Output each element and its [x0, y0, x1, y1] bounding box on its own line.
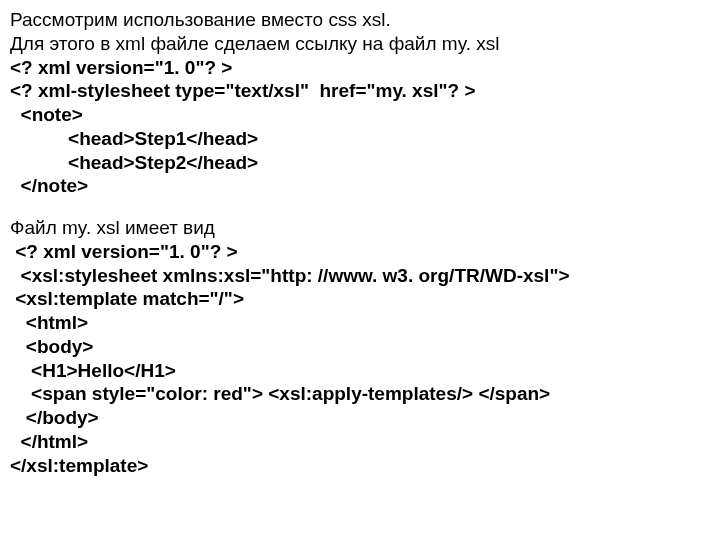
xml-stylesheet-pi: <? xml-stylesheet type="text/xsl" href="… [10, 79, 710, 103]
body-close: </body> [10, 406, 710, 430]
head-step1: <head>Step1</head> [10, 127, 710, 151]
xml-decl: <? xml version="1. 0"? > [10, 56, 710, 80]
section-gap [10, 198, 710, 216]
xsl-intro: Файл my. xsl имеет вид [10, 216, 710, 240]
body-open: <body> [10, 335, 710, 359]
xsl-stylesheet-open: <xsl:stylesheet xmlns:xsl="http: //www. … [10, 264, 710, 288]
xsl-template-close: </xsl:template> [10, 454, 710, 478]
note-open: <note> [10, 103, 710, 127]
intro-line-1: Рассмотрим использование вместо css xsl. [10, 8, 710, 32]
h1-hello: <H1>Hello</H1> [10, 359, 710, 383]
span-red: <span style="color: red"> <xsl:apply-tem… [10, 382, 710, 406]
html-close: </html> [10, 430, 710, 454]
html-open: <html> [10, 311, 710, 335]
note-close: </note> [10, 174, 710, 198]
intro-line-2: Для этого в xml файле сделаем ссылку на … [10, 32, 710, 56]
xsl-xml-decl: <? xml version="1. 0"? > [10, 240, 710, 264]
xsl-template-open: <xsl:template match="/"> [10, 287, 710, 311]
head-step2: <head>Step2</head> [10, 151, 710, 175]
